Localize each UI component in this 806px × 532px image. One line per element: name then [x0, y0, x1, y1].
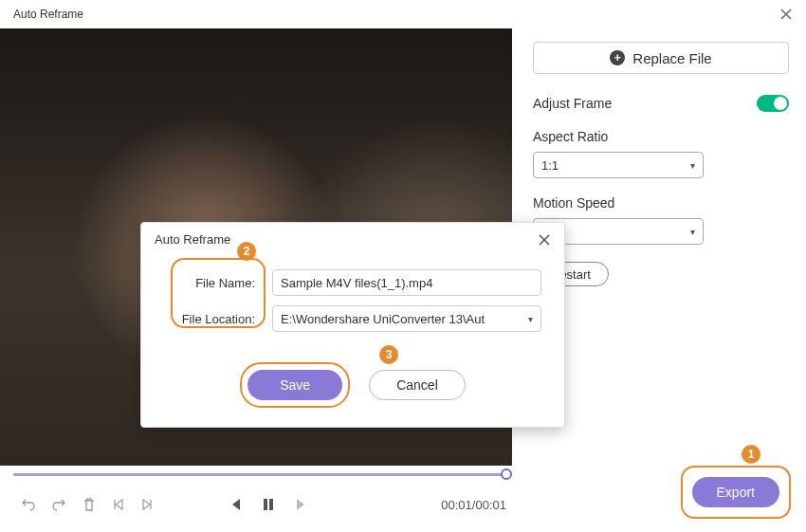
callout-badge-1: 1 [742, 445, 760, 464]
window-title: Auto Reframe [13, 8, 83, 21]
file-location-label: File Location: [164, 312, 255, 326]
skip-forward-icon[interactable] [294, 497, 309, 512]
time-display: 00:01/00:01 [441, 498, 512, 512]
titlebar: Auto Reframe [0, 0, 806, 28]
undo-icon[interactable] [21, 497, 36, 512]
adjust-frame-toggle[interactable] [757, 95, 789, 112]
export-highlight: Export [681, 466, 791, 519]
plus-circle-icon: + [610, 50, 625, 65]
cancel-button[interactable]: Cancel [369, 370, 466, 400]
timeline-track [13, 473, 512, 476]
file-location-value: E:\Wondershare UniConverter 13\Aut [281, 312, 485, 326]
file-name-row: File Name: [164, 269, 541, 296]
aspect-ratio-select[interactable]: 1:1 ▾ [533, 152, 704, 178]
file-location-select[interactable]: E:\Wondershare UniConverter 13\Aut ▾ [272, 305, 541, 332]
chevron-down-icon: ▾ [690, 160, 695, 171]
aspect-ratio-block: Aspect Ratio 1:1 ▾ [533, 129, 789, 178]
pause-icon[interactable] [262, 497, 275, 512]
player-controls: 00:01/00:01 [13, 490, 512, 519]
callout-badge-3: 3 [379, 345, 398, 364]
skip-back-icon[interactable] [228, 497, 243, 512]
callout-badge-2: 2 [237, 242, 256, 261]
chevron-down-icon: ▾ [528, 314, 533, 324]
redo-icon[interactable] [51, 497, 66, 512]
timeline-thumb[interactable] [501, 468, 512, 480]
file-name-label: File Name: [164, 276, 255, 290]
dialog-footer: Save Cancel [141, 358, 564, 427]
adjust-frame-row: Adjust Frame [533, 95, 789, 112]
dialog-title: Auto Reframe [155, 232, 230, 247]
motion-speed-label: Motion Speed [533, 195, 789, 211]
aspect-ratio-value: 1:1 [541, 158, 559, 173]
export-button[interactable]: Export [692, 477, 779, 507]
motion-speed-block: Motion Speed ast ▾ [533, 195, 789, 245]
save-highlight: Save [240, 362, 350, 408]
aspect-ratio-label: Aspect Ratio [533, 129, 789, 144]
file-name-input[interactable] [272, 269, 541, 296]
adjust-frame-label: Adjust Frame [533, 96, 612, 111]
save-dialog: Auto Reframe File Name: File Location: E… [140, 222, 565, 428]
svg-rect-0 [264, 499, 267, 510]
dialog-body: File Name: File Location: E:\Wondershare… [141, 256, 564, 358]
playback-controls [228, 497, 309, 512]
next-frame-icon[interactable] [140, 498, 154, 511]
replace-file-button[interactable]: + Replace File [533, 42, 789, 74]
save-button[interactable]: Save [247, 370, 342, 400]
dialog-header: Auto Reframe [141, 223, 564, 256]
svg-rect-1 [269, 499, 273, 510]
timeline[interactable] [13, 466, 512, 485]
delete-icon[interactable] [82, 497, 97, 512]
file-location-row: File Location: E:\Wondershare UniConvert… [164, 305, 541, 332]
close-icon[interactable] [779, 8, 793, 21]
close-icon[interactable] [538, 233, 551, 247]
prev-frame-icon[interactable] [112, 498, 125, 511]
chevron-down-icon: ▾ [690, 227, 695, 237]
replace-file-label: Replace File [632, 50, 711, 66]
